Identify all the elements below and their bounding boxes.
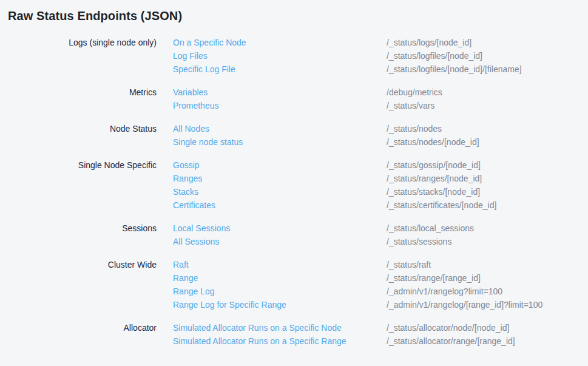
- endpoint-path: /_status/certificates/[node_id]: [387, 198, 578, 212]
- links-column: On a Specific NodeLog FilesSpecific Log …: [173, 36, 370, 76]
- endpoint-section: Node Status All NodesSingle node status …: [8, 122, 578, 149]
- endpoint-link[interactable]: Log Files: [173, 49, 370, 63]
- endpoint-path: /_status/logfiles/[node_id]: [387, 49, 578, 63]
- endpoint-path: /_status/raft: [387, 258, 578, 271]
- endpoint-section: Logs (single node only) On a Specific No…: [8, 36, 578, 76]
- endpoint-link[interactable]: Variables: [173, 86, 370, 99]
- links-column: All NodesSingle node status: [173, 122, 370, 149]
- category-label: Sessions: [8, 222, 157, 248]
- links-column: VariablesPrometheus: [173, 86, 370, 112]
- endpoint-section: Single Node Specific GossipRangesStacksC…: [8, 158, 578, 212]
- endpoint-link[interactable]: Specific Log File: [173, 63, 370, 76]
- endpoint-link[interactable]: Ranges: [173, 172, 370, 185]
- endpoint-path: /_status/sessions: [387, 235, 578, 248]
- endpoint-path: /_status/gossip/[node_id]: [387, 158, 578, 172]
- endpoint-link[interactable]: Range: [173, 271, 370, 285]
- endpoint-path: /debug/metrics: [387, 86, 578, 99]
- endpoint-link[interactable]: Gossip: [173, 158, 370, 172]
- endpoint-link[interactable]: Simulated Allocator Runs on a Specific N…: [173, 321, 370, 334]
- endpoints-column: /_status/raft/_status/range/[range_id]/_…: [387, 258, 578, 311]
- category-label: Allocator: [8, 321, 157, 348]
- category-label: Node Status: [8, 122, 157, 149]
- links-column: Simulated Allocator Runs on a Specific N…: [173, 321, 370, 348]
- category-label: Logs (single node only): [8, 36, 157, 76]
- endpoint-path: /_status/logs/[node_id]: [387, 36, 578, 49]
- links-column: RaftRangeRange LogRange Log for Specific…: [173, 258, 370, 311]
- endpoint-path: /_admin/v1/rangelog/[range_id]?limit=100: [387, 298, 578, 311]
- endpoint-section: Allocator Simulated Allocator Runs on a …: [8, 321, 578, 348]
- endpoint-path: /_status/logfiles/[node_id]/[filename]: [387, 63, 578, 76]
- endpoints-column: /debug/metrics/_status/vars: [387, 86, 578, 112]
- endpoint-section: Metrics VariablesPrometheus /debug/metri…: [8, 86, 578, 112]
- endpoint-path: /_status/nodes/[node_id]: [387, 135, 578, 149]
- endpoint-path: /_status/allocator/node/[node_id]: [387, 321, 578, 334]
- raw-status-endpoints-page: Raw Status Endpoints (JSON) Logs (single…: [0, 0, 588, 348]
- endpoint-path: /_status/vars: [387, 99, 578, 112]
- endpoints-column: /_status/nodes/_status/nodes/[node_id]: [387, 122, 578, 149]
- endpoints-column: /_status/allocator/node/[node_id]/_statu…: [387, 321, 578, 348]
- endpoint-link[interactable]: Stacks: [173, 185, 370, 198]
- endpoint-path: /_status/stacks/[node_id]: [387, 185, 578, 198]
- endpoint-link[interactable]: All Nodes: [173, 122, 370, 135]
- endpoint-path: /_status/allocator/range/[range_id]: [387, 334, 578, 348]
- endpoint-link[interactable]: Single node status: [173, 135, 370, 149]
- endpoints-column: /_status/logs/[node_id]/_status/logfiles…: [387, 36, 578, 76]
- endpoint-section: Sessions Local SessionsAll Sessions /_st…: [8, 222, 578, 248]
- endpoint-link[interactable]: On a Specific Node: [173, 36, 370, 49]
- endpoints-column: /_status/gossip/[node_id]/_status/ranges…: [387, 158, 578, 212]
- category-label: Metrics: [8, 86, 157, 112]
- category-label: Cluster Wide: [8, 258, 157, 311]
- endpoints-column: /_status/local_sessions/_status/sessions: [387, 222, 578, 248]
- endpoint-sections: Logs (single node only) On a Specific No…: [8, 36, 578, 348]
- endpoint-link[interactable]: Local Sessions: [173, 222, 370, 235]
- endpoint-link[interactable]: All Sessions: [173, 235, 370, 248]
- category-label: Single Node Specific: [8, 158, 157, 212]
- endpoint-link[interactable]: Raft: [173, 258, 370, 271]
- endpoint-link[interactable]: Certificates: [173, 198, 370, 212]
- endpoint-path: /_status/range/[range_id]: [387, 271, 578, 285]
- endpoint-path: /_admin/v1/rangelog?limit=100: [387, 285, 578, 298]
- endpoint-link[interactable]: Range Log for Specific Range: [173, 298, 370, 311]
- links-column: GossipRangesStacksCertificates: [173, 158, 370, 212]
- endpoint-link[interactable]: Prometheus: [173, 99, 370, 112]
- endpoint-path: /_status/ranges/[node_id]: [387, 172, 578, 185]
- endpoint-path: /_status/local_sessions: [387, 222, 578, 235]
- endpoint-path: /_status/nodes: [387, 122, 578, 135]
- page-title: Raw Status Endpoints (JSON): [8, 8, 578, 23]
- links-column: Local SessionsAll Sessions: [173, 222, 370, 248]
- endpoint-section: Cluster Wide RaftRangeRange LogRange Log…: [8, 258, 578, 311]
- endpoint-link[interactable]: Simulated Allocator Runs on a Specific R…: [173, 334, 370, 348]
- endpoint-link[interactable]: Range Log: [173, 285, 370, 298]
